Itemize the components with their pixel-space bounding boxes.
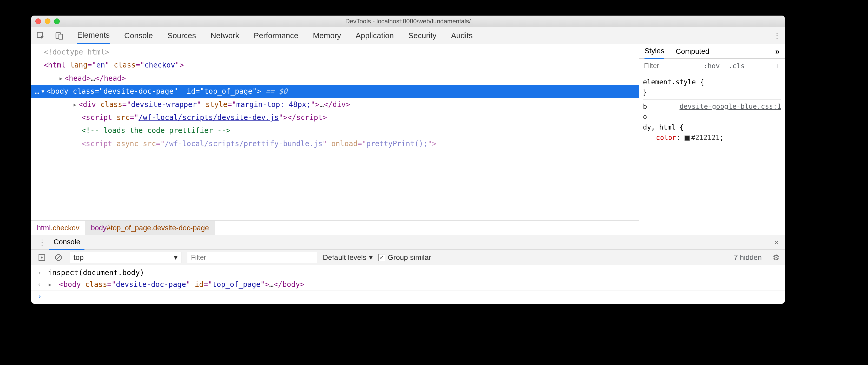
dom-node-div[interactable]: ▸<div class="devsite-wrapper" style="mar… bbox=[31, 98, 639, 111]
main-tabs: Elements Console Sources Network Perform… bbox=[71, 27, 769, 44]
styles-filter-input[interactable] bbox=[639, 62, 699, 70]
window-title: DevTools - localhost:8080/web/fundamenta… bbox=[31, 18, 785, 25]
close-drawer-icon[interactable]: × bbox=[772, 237, 781, 247]
elements-panel: <!doctype html> <html lang="en" class="c… bbox=[31, 44, 639, 235]
crumb-body[interactable]: body#top_of_page.devsite-doc-page bbox=[85, 221, 215, 235]
element-style-rule[interactable]: element.style { } bbox=[643, 75, 781, 100]
tab-performance[interactable]: Performance bbox=[254, 28, 298, 44]
styles-content[interactable]: element.style { } bdevsite-google-blue.c… bbox=[639, 73, 785, 235]
rule-header-cont: o bbox=[643, 112, 781, 122]
css-declaration[interactable]: color: #212121; bbox=[643, 132, 781, 143]
rule-selector-line: dy, html { bbox=[643, 122, 781, 132]
context-value: top bbox=[73, 253, 84, 262]
titlebar: DevTools - localhost:8080/web/fundamenta… bbox=[31, 15, 785, 27]
input-prompt-icon: › bbox=[36, 292, 42, 301]
dom-node-head[interactable]: ▸<head>…</head> bbox=[31, 72, 639, 85]
execution-step-icon[interactable] bbox=[36, 252, 47, 263]
drawer-tabs: ⋮ Console × bbox=[31, 235, 785, 250]
tab-console[interactable]: Console bbox=[124, 28, 153, 44]
overflow-ellipsis-icon[interactable]: … bbox=[31, 87, 41, 96]
context-selector[interactable]: top ▾ bbox=[70, 252, 181, 263]
styles-filter-row: :hov .cls + bbox=[639, 59, 785, 73]
dom-node-comment[interactable]: <!-- loads the code prettifier --> bbox=[31, 124, 639, 137]
clear-console-icon[interactable] bbox=[53, 252, 64, 263]
new-style-rule-icon[interactable]: + bbox=[771, 62, 785, 70]
main-toolbar: Elements Console Sources Network Perform… bbox=[31, 27, 785, 44]
drawer-menu-icon[interactable]: ⋮ bbox=[35, 238, 50, 246]
svg-line-5 bbox=[57, 256, 61, 259]
css-source-link[interactable]: devsite-google-blue.css:1 bbox=[680, 101, 781, 112]
css-rule[interactable]: bdevsite-google-blue.css:1 o dy, html { … bbox=[643, 100, 781, 144]
chevron-down-icon: ▾ bbox=[174, 253, 178, 262]
input-prompt-icon: › bbox=[36, 268, 42, 277]
styles-tab-computed[interactable]: Computed bbox=[676, 45, 709, 58]
tab-audits[interactable]: Audits bbox=[451, 28, 472, 44]
settings-gear-icon[interactable]: ⚙ bbox=[768, 253, 780, 262]
console-body[interactable]: › inspect(document.body) ‹ ▸ <body class… bbox=[31, 265, 785, 304]
inspect-element-icon[interactable] bbox=[31, 27, 50, 44]
console-prompt-row[interactable]: › bbox=[31, 291, 785, 302]
crumb-html[interactable]: html.checkov bbox=[31, 221, 85, 235]
devtools-window: DevTools - localhost:8080/web/fundamenta… bbox=[31, 15, 785, 304]
expand-icon[interactable]: ▸ bbox=[48, 280, 54, 289]
drawer-tab-console[interactable]: Console bbox=[50, 235, 85, 250]
color-swatch-icon[interactable] bbox=[684, 135, 690, 141]
console-output-node[interactable]: <body class="devsite-doc-page" id="top_o… bbox=[59, 280, 304, 289]
console-filter-input[interactable] bbox=[187, 252, 317, 263]
kebab-menu-icon[interactable]: ⋮ bbox=[769, 31, 785, 40]
tab-sources[interactable]: Sources bbox=[167, 28, 196, 44]
svg-rect-2 bbox=[59, 34, 63, 39]
console-input-row[interactable]: › inspect(document.body) bbox=[31, 267, 785, 278]
tab-security[interactable]: Security bbox=[408, 28, 436, 44]
hidden-messages-count[interactable]: 7 hidden bbox=[734, 253, 762, 262]
cls-toggle[interactable]: .cls bbox=[724, 59, 749, 73]
dom-node-script[interactable]: <script src="/wf-local/scripts/devsite-d… bbox=[31, 111, 639, 124]
expand-icon[interactable]: ▸ bbox=[73, 98, 79, 111]
main-split: <!doctype html> <html lang="en" class="c… bbox=[31, 44, 785, 235]
dom-tree[interactable]: <!doctype html> <html lang="en" class="c… bbox=[31, 44, 639, 221]
dom-node-body-selected[interactable]: …▾<body class="devsite-doc-page" id="top… bbox=[31, 85, 639, 98]
rule-close: } bbox=[643, 87, 781, 98]
styles-tab-styles[interactable]: Styles bbox=[645, 44, 664, 59]
expand-icon[interactable]: ▸ bbox=[59, 72, 64, 85]
console-output-row[interactable]: ‹ ▸ <body class="devsite-doc-page" id="t… bbox=[31, 278, 785, 291]
group-similar-toggle[interactable]: Group similar bbox=[378, 253, 431, 262]
console-drawer: ⋮ Console × top ▾ Default levels ▾ Group bbox=[31, 235, 785, 304]
console-input-text: inspect(document.body) bbox=[48, 268, 144, 277]
indent-guide bbox=[46, 88, 46, 221]
rule-selector: element.style { bbox=[643, 77, 781, 87]
checkbox-icon[interactable] bbox=[378, 254, 385, 261]
hov-toggle[interactable]: :hov bbox=[699, 59, 724, 73]
log-levels-selector[interactable]: Default levels ▾ bbox=[323, 253, 373, 262]
styles-tabs: Styles Computed » bbox=[639, 44, 785, 59]
group-label: Group similar bbox=[388, 253, 431, 262]
output-prompt-icon: ‹ bbox=[36, 280, 42, 289]
rule-header: bdevsite-google-blue.css:1 bbox=[643, 101, 781, 112]
tab-memory[interactable]: Memory bbox=[313, 28, 341, 44]
dom-node-html[interactable]: <html lang="en" class="checkov"> bbox=[31, 59, 639, 72]
dom-node-script-async[interactable]: <script async src="/wf-local/scripts/pre… bbox=[31, 137, 639, 150]
breadcrumbs: html.checkov body#top_of_page.devsite-do… bbox=[31, 221, 639, 235]
chevron-down-icon: ▾ bbox=[369, 253, 373, 262]
device-toolbar-icon[interactable] bbox=[50, 27, 69, 44]
tab-network[interactable]: Network bbox=[211, 28, 239, 44]
more-tabs-icon[interactable]: » bbox=[775, 47, 780, 56]
tab-application[interactable]: Application bbox=[355, 28, 394, 44]
console-toolbar: top ▾ Default levels ▾ Group similar 7 h… bbox=[31, 250, 785, 265]
tab-elements[interactable]: Elements bbox=[77, 27, 110, 44]
levels-label: Default levels bbox=[323, 253, 366, 262]
dom-node-doctype[interactable]: <!doctype html> bbox=[31, 46, 639, 59]
styles-panel: Styles Computed » :hov .cls + element.st… bbox=[639, 44, 785, 235]
